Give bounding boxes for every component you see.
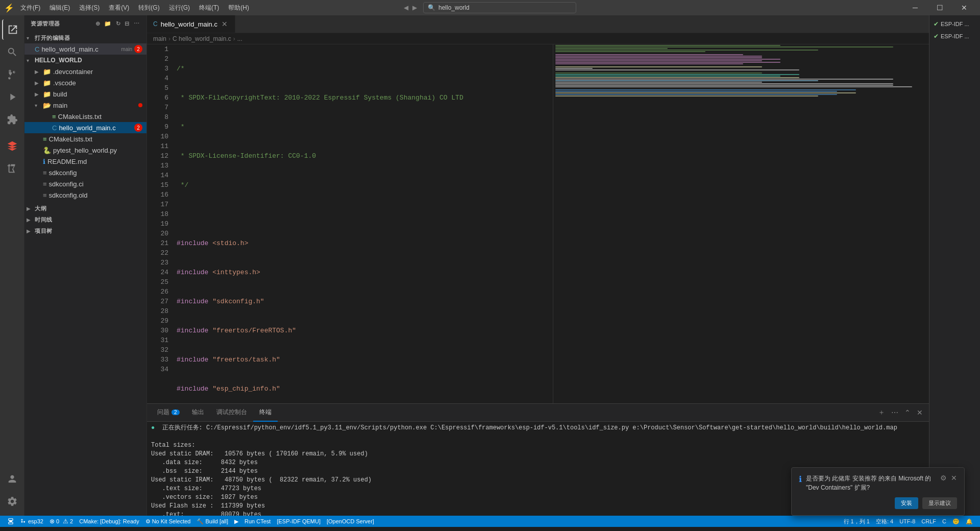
status-spaces[interactable]: 空格: 4 (873, 516, 896, 527)
tree-main[interactable]: ▾ 📂 main (24, 100, 146, 111)
menu-file[interactable]: 文件(F) (17, 3, 43, 13)
close-button[interactable]: ✕ (952, 0, 976, 15)
status-errors[interactable]: ⊗ 0 ⚠ 2 (46, 516, 76, 527)
code-line-9: #include "sdkconfig.h" (177, 297, 553, 306)
open-editors-header[interactable]: ▾ 打开的编辑器 (24, 32, 146, 43)
esp-item-2[interactable]: ✔ ESP-IDF ... (934, 32, 969, 41)
activity-search[interactable] (2, 42, 22, 62)
status-no-kit[interactable]: ⚙ No Kit Selected (142, 516, 194, 527)
status-esp-qemu[interactable]: [ESP-IDF QEMU] (274, 516, 324, 527)
status-openocd[interactable]: [OpenOCD Server] (324, 516, 377, 527)
tree-cmake-main[interactable]: ▶ ≡ CMakeLists.txt (24, 111, 146, 122)
timeline-section[interactable]: ▶ 时间线 (24, 214, 146, 225)
show-suggestions-button[interactable]: 显示建议 (922, 497, 957, 509)
activity-source-control[interactable] (2, 64, 22, 85)
restore-button[interactable]: ☐ (928, 0, 951, 15)
activity-esp-idf[interactable] (2, 136, 22, 156)
panel-more[interactable]: ⋯ (889, 407, 900, 418)
tree-pytest[interactable]: ▶ 🐍 pytest_hello_world.py (24, 144, 146, 156)
code-content[interactable]: /* * SPDX-FileCopyrightText: 2010-2022 E… (173, 44, 553, 403)
line-30: 30 (147, 326, 168, 335)
sidebar-new-folder[interactable]: 📁 (103, 19, 113, 28)
breadcrumb-file[interactable]: C hello_world_main.c (173, 35, 231, 42)
activity-explorer[interactable] (2, 19, 22, 40)
editor-tab-hello[interactable]: C hello_world_main.c ✕ (147, 15, 235, 33)
tree-sdkconfig[interactable]: ▶ ≡ sdkconfig (24, 167, 146, 178)
status-language[interactable]: C (939, 516, 949, 527)
panel-tab-problems[interactable]: 问题 2 (151, 404, 186, 422)
line-23: 23 (147, 258, 168, 268)
remote-icon (7, 518, 14, 525)
title-left: ⚡ 文件(F) 编辑(E) 选择(S) 查看(V) 转到(G) 运行(G) 终端… (4, 3, 252, 13)
menu-select[interactable]: 选择(S) (76, 3, 103, 13)
status-build[interactable]: 🔨 Build [all] (193, 516, 231, 527)
tree-readme[interactable]: ▶ ℹ README.md (24, 156, 146, 167)
open-file-item[interactable]: C hello_world_main.c main 2 (24, 43, 146, 55)
tab-close-button[interactable]: ✕ (220, 20, 229, 28)
menu-edit[interactable]: 编辑(E) (46, 3, 73, 13)
sidebar-more[interactable]: ⋯ (133, 19, 141, 28)
breadcrumb-main[interactable]: main (153, 35, 166, 42)
activity-bar (0, 15, 24, 516)
titlebar: ⚡ 文件(F) 编辑(E) 选择(S) 查看(V) 转到(G) 运行(G) 终端… (0, 0, 980, 15)
status-encoding[interactable]: UTF-8 (896, 516, 918, 527)
sdk-ci-label: sdkconfig.ci (49, 180, 142, 188)
language-label: C (942, 518, 946, 524)
status-cmake[interactable]: CMake: [Debug]: Ready (76, 516, 142, 527)
minimize-button[interactable]: ─ (903, 0, 927, 15)
notification-close-button[interactable]: ✕ (951, 474, 957, 482)
search-box[interactable]: 🔍 hello_world (423, 2, 576, 13)
minimap (553, 44, 929, 403)
menu-view[interactable]: 查看(V) (106, 3, 132, 13)
nav-forward[interactable]: ▶ (412, 4, 417, 11)
tree-build[interactable]: ▶ 📁 build (24, 88, 146, 100)
menu-help[interactable]: 帮助(H) (225, 3, 252, 13)
status-run-ctest[interactable]: Run CTest (241, 516, 274, 527)
code-editor[interactable]: 1 2 3 4 5 6 7 8 9 10 11 12 13 14 15 16 1 (147, 44, 929, 403)
status-debug-icon[interactable]: ▶ (231, 516, 241, 527)
panel-tab-output[interactable]: 输出 (186, 404, 210, 422)
root-folder[interactable]: ▾ HELLO_WORLD (24, 55, 146, 66)
activity-settings[interactable] (2, 491, 22, 512)
status-remote[interactable] (4, 516, 17, 527)
tree-cmake-root[interactable]: ▶ ≡ CMakeLists.txt (24, 133, 146, 144)
panel-expand[interactable]: ⌃ (902, 407, 913, 418)
panel-tab-debug[interactable]: 调试控制台 (210, 404, 253, 422)
panel-add[interactable]: ＋ (876, 407, 887, 418)
sidebar: 资源管理器 ⊕ 📁 ↻ ⊟ ⋯ ▾ 打开的编辑器 C hello_world_m… (24, 15, 147, 516)
tree-sdkconfig-ci[interactable]: ▶ ≡ sdkconfig.ci (24, 178, 146, 189)
activity-run-debug[interactable] (2, 87, 22, 107)
tree-sdkconfig-old[interactable]: ▶ ≡ sdkconfig.old (24, 189, 146, 201)
status-cursor[interactable]: 行 1，列 1 (841, 516, 873, 527)
activity-testing[interactable] (2, 158, 22, 179)
spaces-label: 空格: 4 (876, 518, 893, 525)
sidebar-refresh[interactable]: ↻ (115, 19, 122, 28)
cmake-icon: ≡ (52, 113, 56, 120)
panel-close[interactable]: ✕ (915, 407, 925, 418)
outline-section[interactable]: ▶ 大纲 (24, 203, 146, 214)
status-line-ending[interactable]: CRLF (918, 516, 939, 527)
python-icon: 🐍 (43, 147, 51, 154)
panel-tab-terminal[interactable]: 终端 (253, 404, 278, 422)
install-button[interactable]: 安装 (895, 497, 918, 509)
menu-goto[interactable]: 转到(G) (135, 3, 162, 13)
menu-terminal[interactable]: 终端(T) (196, 3, 222, 13)
menu-run[interactable]: 运行(G) (166, 3, 193, 13)
esp-item-1[interactable]: ✔ ESP-IDF ... (934, 19, 969, 29)
project-section[interactable]: ▶ 项目树 (24, 225, 146, 236)
tree-hello-main[interactable]: ▶ C hello_world_main.c 2 (24, 122, 146, 133)
tree-devcontainer[interactable]: ▶ 📁 .devcontainer (24, 66, 146, 77)
breadcrumb-more[interactable]: ... (237, 35, 242, 42)
status-git-branch[interactable]: esp32 (17, 516, 46, 527)
status-notifications[interactable]: 🔔 (963, 516, 976, 527)
code-line-2: * SPDX-FileCopyrightText: 2010-2022 Espr… (177, 93, 553, 103)
status-feedback[interactable]: 🙂 (949, 516, 963, 527)
tree-vscode[interactable]: ▶ 📁 .vscode (24, 77, 146, 88)
activity-account[interactable] (2, 469, 22, 489)
error-count: 0 (56, 518, 59, 524)
activity-extensions[interactable] (2, 109, 22, 130)
sidebar-collapse[interactable]: ⊟ (124, 19, 131, 28)
sidebar-new-file[interactable]: ⊕ (94, 19, 102, 28)
nav-back[interactable]: ◀ (404, 4, 408, 11)
notification-gear-icon[interactable]: ⚙ (940, 474, 947, 482)
